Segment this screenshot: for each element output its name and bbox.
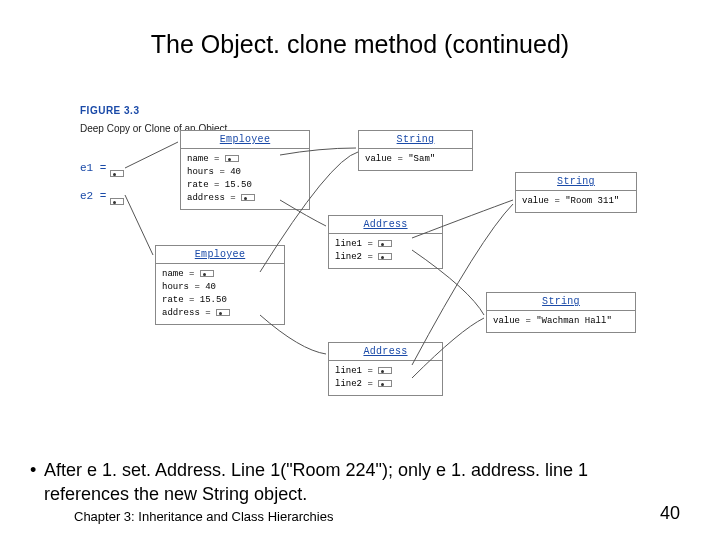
- field-value: value = "Sam": [365, 154, 435, 164]
- ref-icon: [110, 192, 124, 210]
- field-rate: rate = 15.50: [187, 180, 252, 190]
- box-header: String: [359, 131, 472, 149]
- ref-icon: [110, 164, 124, 182]
- field-hours: hours = 40: [162, 282, 216, 292]
- string-box-room: String value = "Room 311": [515, 172, 637, 213]
- field-address: address =: [162, 308, 211, 318]
- field-name: name =: [162, 269, 194, 279]
- bullet-icon: •: [30, 458, 36, 482]
- box-header: Employee: [156, 246, 284, 264]
- page-number: 40: [660, 503, 680, 524]
- box-header: Employee: [181, 131, 309, 149]
- field-rate: rate = 15.50: [162, 295, 227, 305]
- footer-chapter: Chapter 3: Inheritance and Class Hierarc…: [74, 509, 333, 524]
- field-line2: line2 =: [335, 379, 373, 389]
- bullet-content: After e 1. set. Address. Line 1("Room 22…: [44, 460, 588, 504]
- string-box-sam: String value = "Sam": [358, 130, 473, 171]
- var-e2: e2 =: [80, 190, 106, 202]
- bullet-text: • After e 1. set. Address. Line 1("Room …: [44, 458, 660, 507]
- field-line2: line2 =: [335, 252, 373, 262]
- box-header: Address: [329, 216, 442, 234]
- figure: FIGURE 3.3 Deep Copy or Clone of an Obje…: [80, 100, 640, 430]
- box-header: String: [487, 293, 635, 311]
- employee-box-1: Employee name = hours = 40 rate = 15.50 …: [180, 130, 310, 210]
- page-title: The Object. clone method (continued): [0, 30, 720, 59]
- address-box-1: Address line1 = line2 =: [328, 215, 443, 269]
- field-value: value = "Room 311": [522, 196, 619, 206]
- address-box-2: Address line1 = line2 =: [328, 342, 443, 396]
- figure-label: FIGURE 3.3: [80, 105, 139, 116]
- box-header: String: [516, 173, 636, 191]
- field-line1: line1 =: [335, 239, 373, 249]
- box-header: Address: [329, 343, 442, 361]
- field-line1: line1 =: [335, 366, 373, 376]
- field-value: value = "Wachman Hall": [493, 316, 612, 326]
- employee-box-2: Employee name = hours = 40 rate = 15.50 …: [155, 245, 285, 325]
- field-name: name =: [187, 154, 219, 164]
- string-box-wachman: String value = "Wachman Hall": [486, 292, 636, 333]
- var-e1: e1 =: [80, 162, 106, 174]
- field-address: address =: [187, 193, 236, 203]
- field-hours: hours = 40: [187, 167, 241, 177]
